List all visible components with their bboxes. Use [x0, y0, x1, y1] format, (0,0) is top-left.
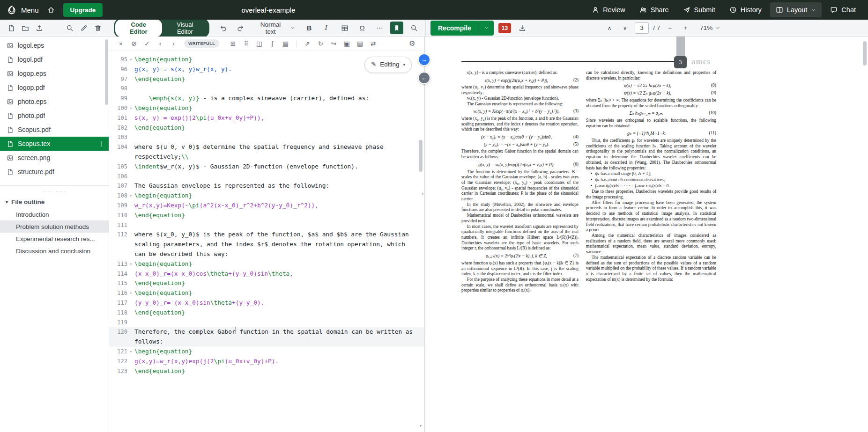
outline-item[interactable]: Discussion and conclusion	[0, 245, 109, 257]
file-item-logop-eps[interactable]: logop.eps	[0, 66, 109, 81]
paraphrase-button[interactable]: ↻	[314, 38, 326, 49]
code-line-108[interactable]: 108▾\begin{equation}	[109, 191, 424, 201]
code-line-111[interactable]: 111	[109, 220, 424, 230]
dots-grid-button[interactable]: ⠿	[240, 38, 252, 49]
editor-scrollbar[interactable]	[418, 53, 423, 430]
zoom-in-button[interactable]: +	[680, 22, 691, 34]
download-pdf-button[interactable]	[516, 22, 529, 34]
new-folder-button[interactable]	[19, 22, 32, 34]
delete-file-button[interactable]	[91, 22, 104, 34]
accept-suggestion-button[interactable]: ✓	[141, 38, 153, 49]
code-line-105[interactable]: 105\indent$w_r(x, y)$ - Gaussian 2D-func…	[109, 162, 424, 172]
file-item-logol-eps[interactable]: logol.eps	[0, 38, 109, 52]
recompile-button[interactable]: Recompile	[430, 21, 479, 36]
code-line-110[interactable]: 110\end{equation}	[109, 211, 424, 220]
code-line-101[interactable]: 101s(x, y) = exp(j(2\pi(u_0x+v_0y)+P)),	[109, 113, 424, 123]
close-suggestions-button[interactable]: ×	[115, 38, 127, 49]
code-line-99[interactable]: 99 \emph{s(x, y)} - is a complex sinewav…	[109, 94, 424, 103]
code-editor-toggle[interactable]: Code Editor	[115, 19, 162, 37]
code-line-106[interactable]: 106	[109, 172, 424, 182]
code-line-119[interactable]: 119	[109, 318, 424, 328]
code-line-102[interactable]: 102\end{equation}	[109, 123, 424, 133]
file-menu-kebab-icon[interactable]	[98, 140, 105, 147]
file-item-photo-eps[interactable]: photo.eps	[0, 95, 109, 109]
code-editor[interactable]: 95▾\begin{equation}96g(x, y) = s(x, y)w_…	[109, 51, 424, 432]
writefull-badge[interactable]: WRITEFULL	[184, 39, 219, 48]
disable-suggestions-button[interactable]: ⊘	[128, 38, 140, 49]
code-line-120[interactable]: 120Therefore, the complex Gabor function…	[109, 327, 424, 347]
code-line-113[interactable]: 113▾\begin{equation}	[109, 259, 424, 269]
new-file-button[interactable]	[5, 22, 18, 34]
outline-item[interactable]: Problem solution methods	[0, 220, 109, 233]
table-cells-button[interactable]: ⊞	[227, 38, 239, 49]
layout-button[interactable]: Layout	[770, 2, 822, 17]
file-item-screen-png[interactable]: screen.png	[0, 151, 109, 165]
file-item-logop-pdf[interactable]: logop.pdf	[0, 81, 109, 95]
file-item-scopus-pdf[interactable]: Scopus.pdf	[0, 123, 109, 137]
code-line-104[interactable]: 104where $(u_0, v_0)$ determine the spat…	[109, 142, 424, 162]
compile-log-button[interactable]: 13	[498, 23, 511, 33]
submit-button[interactable]: Submit	[677, 2, 721, 17]
sync-to-code-button[interactable]: ←	[418, 72, 430, 84]
previous-page-button[interactable]: ∧	[604, 22, 615, 34]
outline-item[interactable]: Introduction	[0, 208, 109, 220]
fold-caret-icon[interactable]: ▾	[127, 259, 134, 269]
upload-file-button[interactable]	[33, 22, 46, 34]
editing-mode-dropdown[interactable]: ✎ Editing ▾	[364, 57, 412, 73]
code-line-117[interactable]: 117(y-y_0)_r=-(x-x_0)sin\theta+(y-y_0).	[109, 298, 424, 308]
bold-button[interactable]: B	[303, 22, 316, 34]
page-number-input[interactable]	[635, 22, 649, 34]
fold-caret-icon[interactable]: ▾	[127, 288, 134, 298]
file-item-logol-pdf[interactable]: logol.pdf	[0, 52, 109, 66]
code-line-100[interactable]: 100▾\begin{equation}	[109, 103, 424, 113]
outline-item[interactable]: Experimental research res...	[0, 233, 109, 245]
more-formatting-button[interactable]: ⋯	[373, 22, 386, 34]
upgrade-button[interactable]: Upgrade	[63, 3, 103, 17]
previous-suggestion-button[interactable]: ‹	[154, 38, 166, 49]
chat-button[interactable]: Chat	[824, 2, 861, 17]
visual-editor-toggle[interactable]: Visual Editor	[162, 19, 208, 37]
pane-divider[interactable]: → ← ›	[424, 37, 425, 432]
fold-caret-icon[interactable]: ▾	[127, 55, 134, 65]
review-button[interactable]: Review	[586, 2, 631, 17]
editor-scrollbar-thumb[interactable]	[419, 140, 423, 172]
file-item-photo-pdf[interactable]: photo.pdf	[0, 109, 109, 123]
equation-tools-button[interactable]: ∫	[266, 38, 278, 49]
file-item-scopus-tex[interactable]: Scopus.tex	[0, 137, 109, 151]
code-line-107[interactable]: 107The Gaussian envelope is represented …	[109, 181, 424, 191]
share-selection-button[interactable]: ⇗	[301, 38, 313, 49]
next-suggestion-button[interactable]: ›	[167, 38, 179, 49]
italic-button[interactable]: I	[319, 22, 333, 34]
next-page-button[interactable]: ∨	[619, 22, 631, 34]
code-line-122[interactable]: 122g(x,y)=w_r(x,y)exp(j(2\pi(u_0x+v_0y)+…	[109, 357, 424, 366]
search-project-button[interactable]	[63, 22, 76, 34]
zoom-out-button[interactable]: −	[664, 22, 675, 34]
code-line-115[interactable]: 115\end{equation}	[109, 278, 424, 288]
code-line-109[interactable]: 109w_r(x,y)=Kexp(-\pi(a^2(x-x_0)_r^2+b^2…	[109, 201, 424, 211]
code-line-116[interactable]: 116▾\begin{equation}	[109, 288, 424, 298]
code-line-118[interactable]: 118\end{equation}	[109, 308, 424, 318]
paragraph-style-dropdown[interactable]: Normal text	[251, 19, 299, 37]
fold-caret-icon[interactable]: ▾	[127, 103, 134, 113]
copy-button[interactable]: ▣	[341, 38, 353, 49]
forward-button[interactable]: ↪	[327, 38, 340, 49]
menu-button[interactable]: Menu	[7, 5, 39, 15]
code-line-112[interactable]: 112where $(x_0, y_0)$ is the peak of the…	[109, 230, 424, 259]
document-check-button[interactable]: ▤	[354, 38, 366, 49]
fold-caret-icon[interactable]: ▾	[127, 191, 134, 201]
recompile-options-caret[interactable]	[479, 21, 494, 36]
redo-button[interactable]	[234, 22, 247, 34]
file-item-structure-pdf[interactable]: structure.pdf	[0, 165, 109, 179]
writefull-toggle-button[interactable]	[390, 22, 403, 34]
swap-button[interactable]: ⇄	[367, 38, 379, 49]
code-line-97[interactable]: 97\end{equation}	[109, 74, 424, 84]
file-tree-scrollbar[interactable]	[105, 39, 108, 105]
zoom-level-dropdown[interactable]: 71%	[700, 24, 720, 31]
history-button[interactable]: History	[724, 2, 767, 17]
panel-resize-handle[interactable]	[0, 185, 109, 196]
code-line-121[interactable]: 121▾\begin{equation}	[109, 347, 424, 357]
insert-table-button[interactable]	[338, 22, 351, 34]
rename-file-button[interactable]	[77, 22, 90, 34]
split-view-button[interactable]: ◫	[253, 38, 265, 49]
share-button[interactable]: Share	[634, 2, 675, 17]
